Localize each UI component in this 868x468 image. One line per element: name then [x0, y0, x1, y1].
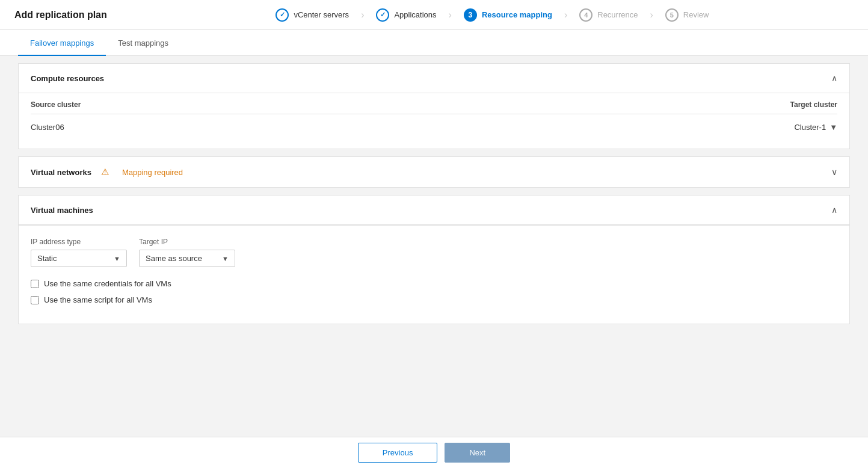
section-vmachines-header[interactable]: Virtual machines ∧ — [19, 196, 849, 225]
same-script-label[interactable]: Use the same script for all VMs — [44, 295, 152, 304]
same-credentials-checkbox[interactable] — [31, 280, 39, 288]
step-vcenter-icon: ✓ — [275, 8, 289, 22]
ip-address-type-label: IP address type — [31, 238, 127, 246]
step-resource-mapping-icon: 3 — [464, 8, 477, 22]
chevron-up-icon: ∧ — [831, 73, 837, 83]
tab-test[interactable]: Test mappings — [106, 30, 180, 56]
step-review[interactable]: 5 Review — [653, 8, 721, 22]
header: Add replication plan ✓ vCenter servers ›… — [0, 0, 868, 30]
tab-failover[interactable]: Failover mappings — [18, 30, 106, 56]
source-cluster-header: Source cluster — [31, 93, 446, 114]
section-compute-body: Source cluster Target cluster Cluster06 … — [19, 93, 849, 149]
same-credentials-row: Use the same credentials for all VMs — [31, 279, 837, 288]
mapping-required-text: Mapping required — [122, 168, 183, 177]
target-cluster-header: Target cluster — [446, 93, 837, 114]
sections-container: Compute resources ∧ Source cluster Targe… — [0, 56, 868, 437]
target-cluster-cell: Cluster-1 ▼ — [446, 114, 837, 137]
target-ip-group: Target IP Same as source ▼ — [139, 238, 235, 267]
chevron-down-icon: ∨ — [831, 167, 837, 177]
cluster-row: Cluster06 Cluster-1 ▼ — [31, 114, 837, 137]
section-compute-header[interactable]: Compute resources ∧ — [19, 64, 849, 93]
ip-address-type-group: IP address type Static ▼ — [31, 238, 127, 267]
previous-button[interactable]: Previous — [358, 443, 438, 463]
vnetworks-header-left: Virtual networks ⚠ Mapping required — [31, 167, 183, 177]
section-vnetworks-title: Virtual networks — [31, 168, 91, 177]
target-ip-value: Same as source — [146, 254, 202, 263]
step-applications[interactable]: ✓ Applications — [364, 8, 448, 22]
next-button[interactable]: Next — [445, 443, 510, 463]
target-cluster-dropdown[interactable]: Cluster-1 ▼ — [446, 123, 837, 132]
step-recurrence-icon: 4 — [579, 8, 593, 22]
step-review-icon: 5 — [665, 8, 679, 22]
step-recurrence-label: Recurrence — [597, 10, 638, 19]
wizard-steps: ✓ vCenter servers › ✓ Applications › 3 R… — [131, 8, 854, 22]
chevron-up-icon-vm: ∧ — [831, 205, 837, 215]
page-title: Add replication plan — [14, 10, 107, 20]
section-vnetworks: Virtual networks ⚠ Mapping required ∨ — [18, 156, 850, 188]
target-cluster-value: Cluster-1 — [794, 123, 826, 132]
section-compute-title: Compute resources — [31, 74, 104, 83]
main-content: Failover mappings Test mappings Compute … — [0, 30, 868, 437]
ip-address-type-value: Static — [37, 254, 57, 263]
step-recurrence[interactable]: 4 Recurrence — [567, 8, 650, 22]
section-vmachines-body: IP address type Static ▼ Target IP Same … — [19, 226, 849, 324]
ip-address-type-select[interactable]: Static ▼ — [31, 250, 127, 267]
step-applications-label: Applications — [394, 10, 436, 19]
warning-triangle-icon: ⚠ — [101, 167, 109, 177]
source-cluster-value: Cluster06 — [31, 114, 446, 137]
step-vcenter-label: vCenter servers — [294, 10, 349, 19]
same-script-checkbox[interactable] — [31, 296, 39, 304]
ip-select-arrow-icon: ▼ — [114, 255, 120, 262]
section-vnetworks-header[interactable]: Virtual networks ⚠ Mapping required ∨ — [19, 157, 849, 187]
footer: Previous Next — [0, 437, 868, 468]
section-vmachines: Virtual machines ∧ IP address type Stati… — [18, 195, 850, 324]
same-credentials-label[interactable]: Use the same credentials for all VMs — [44, 279, 171, 288]
target-ip-select[interactable]: Same as source ▼ — [139, 250, 235, 267]
step-review-label: Review — [683, 10, 709, 19]
tabs-container: Failover mappings Test mappings — [0, 30, 868, 56]
step-resource-mapping-label: Resource mapping — [482, 10, 552, 19]
same-script-row: Use the same script for all VMs — [31, 295, 837, 304]
step-applications-icon: ✓ — [376, 8, 389, 22]
target-ip-arrow-icon: ▼ — [222, 255, 229, 262]
section-vmachines-title: Virtual machines — [31, 206, 93, 215]
section-compute: Compute resources ∧ Source cluster Targe… — [18, 63, 850, 149]
cluster-table: Source cluster Target cluster Cluster06 … — [31, 93, 837, 137]
target-ip-label: Target IP — [139, 238, 235, 246]
dropdown-arrow-icon: ▼ — [830, 123, 837, 132]
vm-fields: IP address type Static ▼ Target IP Same … — [31, 238, 837, 267]
step-resource-mapping[interactable]: 3 Resource mapping — [452, 8, 564, 22]
step-vcenter[interactable]: ✓ vCenter servers — [263, 8, 361, 22]
